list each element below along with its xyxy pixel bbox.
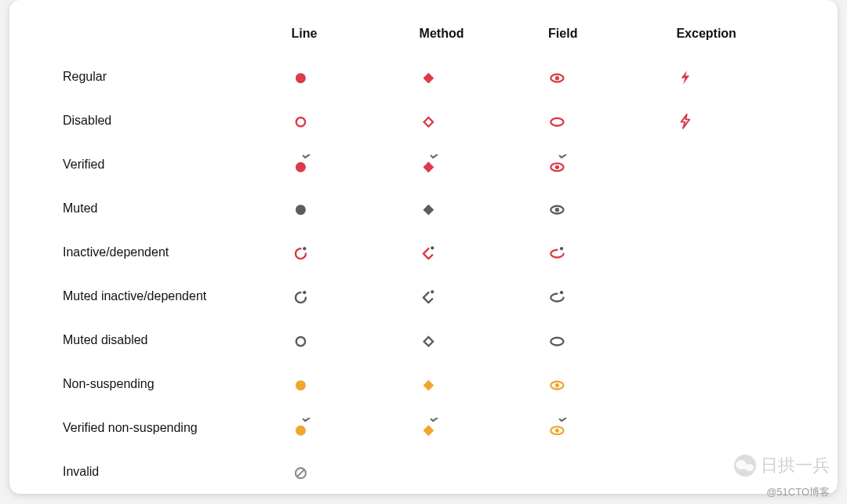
column-header-line: Line — [285, 19, 413, 55]
svg-point-7 — [295, 162, 305, 172]
diamond-outline-icon — [420, 111, 440, 131]
circle-depend-icon — [292, 286, 312, 306]
table-row: Inactive/dependent — [56, 230, 800, 274]
column-header-method: Method — [413, 19, 542, 55]
column-header-field: Field — [542, 19, 670, 55]
svg-point-15 — [303, 247, 306, 250]
diamond-solid-icon — [420, 67, 440, 87]
icon-cell — [285, 450, 413, 494]
icon-cell — [670, 406, 800, 450]
svg-point-0 — [295, 73, 305, 83]
icon-cell — [670, 55, 800, 99]
svg-point-3 — [555, 76, 559, 80]
row-label: Inactive/dependent — [56, 230, 285, 274]
icon-cell — [670, 187, 800, 230]
svg-point-4 — [296, 118, 304, 126]
icon-cell — [542, 187, 670, 230]
icon-cell — [542, 99, 670, 143]
row-label: Regular — [56, 55, 285, 99]
icon-cell — [413, 55, 542, 99]
svg-point-24 — [295, 380, 305, 390]
icon-cell — [670, 143, 800, 187]
breakpoint-icons-card: LineMethodFieldException RegularDisabled… — [9, 0, 838, 494]
eye-outline-icon — [548, 111, 569, 131]
icon-cell — [413, 450, 542, 494]
svg-point-20 — [560, 291, 563, 294]
icon-cell — [285, 318, 413, 362]
svg-rect-5 — [424, 118, 432, 126]
circle-outline-icon — [292, 330, 312, 350]
icon-cell — [542, 450, 670, 494]
eye-solid-icon — [548, 198, 569, 219]
table-row: Regular — [56, 55, 800, 99]
svg-point-18 — [303, 291, 306, 294]
icon-cell — [542, 274, 670, 318]
svg-point-28 — [295, 426, 305, 436]
icon-cell — [285, 99, 413, 143]
row-label: Disabled — [56, 99, 285, 143]
icon-cell — [413, 362, 542, 406]
svg-point-14 — [555, 208, 559, 212]
column-header-exception: Exception — [670, 19, 800, 55]
svg-point-27 — [555, 383, 559, 387]
row-label: Muted disabled — [56, 318, 285, 362]
table-head: LineMethodFieldException — [56, 19, 800, 55]
icon-cell — [670, 230, 800, 274]
icon-cell — [542, 143, 670, 187]
eye-solid-icon — [548, 67, 569, 87]
bolt-solid-icon — [676, 67, 696, 87]
circle-outline-icon — [292, 111, 312, 131]
icon-cell — [670, 274, 800, 318]
bolt-outline-icon — [676, 111, 696, 131]
diamond-outline-icon — [420, 330, 440, 350]
breakpoint-icons-table: LineMethodFieldException RegularDisabled… — [56, 19, 800, 494]
table-row: Muted disabled — [56, 318, 800, 362]
row-label: Muted inactive/dependent — [56, 274, 285, 318]
diamond-depend-icon — [420, 242, 440, 263]
icon-cell — [285, 55, 413, 99]
svg-rect-12 — [423, 205, 434, 216]
diamond-solid-icon — [420, 374, 440, 394]
icon-cell — [542, 230, 670, 274]
icon-cell — [542, 362, 670, 406]
row-label: Muted — [56, 187, 285, 230]
circle-solid-icon — [292, 374, 312, 394]
diamond-solid-check-icon — [420, 418, 440, 438]
svg-point-11 — [295, 205, 305, 215]
table-row: Muted inactive/dependent — [56, 274, 800, 318]
svg-point-31 — [555, 429, 559, 433]
svg-point-23 — [551, 338, 563, 346]
circle-solid-icon — [292, 67, 312, 87]
svg-rect-22 — [424, 337, 432, 346]
diamond-solid-check-icon — [420, 154, 440, 175]
icon-cell — [670, 99, 800, 143]
circle-solid-check-icon — [292, 418, 312, 438]
svg-rect-8 — [423, 161, 434, 172]
row-label: Verified non-suspending — [56, 406, 285, 450]
row-label: Non-suspending — [56, 362, 285, 406]
icon-cell — [413, 318, 542, 362]
table-body: RegularDisabledVerifiedMutedInactive/dep… — [56, 55, 800, 494]
icon-cell — [413, 274, 542, 318]
svg-point-10 — [555, 165, 559, 169]
icon-cell — [542, 55, 670, 99]
svg-point-16 — [431, 246, 434, 249]
icon-cell — [413, 230, 542, 274]
icon-cell — [670, 318, 800, 362]
svg-point-21 — [296, 337, 304, 346]
svg-rect-25 — [423, 380, 434, 391]
icon-cell — [285, 143, 413, 187]
icon-cell — [413, 143, 542, 187]
invalid-icon — [292, 462, 312, 482]
icon-cell — [285, 187, 413, 230]
table-row: Invalid — [56, 450, 800, 494]
svg-rect-29 — [423, 425, 434, 436]
row-label: Invalid — [56, 450, 285, 494]
eye-solid-icon — [548, 374, 569, 394]
eye-depend-icon — [548, 286, 569, 306]
table-row: Disabled — [56, 99, 800, 143]
table-row: Non-suspending — [56, 362, 800, 406]
icon-cell — [670, 362, 800, 406]
svg-point-6 — [551, 118, 563, 126]
table-row: Verified — [56, 143, 800, 187]
